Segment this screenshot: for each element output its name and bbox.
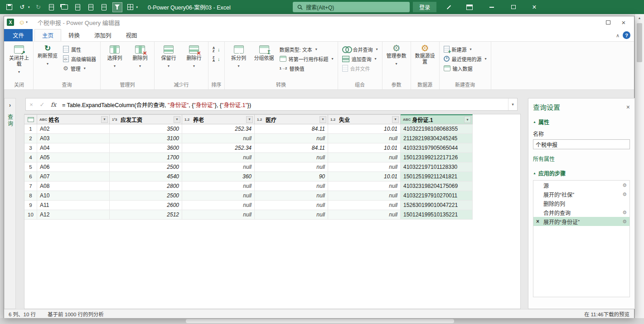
grid-cell[interactable]: 10.01	[328, 172, 401, 182]
grid-cell[interactable]: 152630199010047221	[401, 201, 473, 210]
undo-dropdown-icon[interactable]: ▾	[28, 5, 30, 9]
maximize-button[interactable]	[503, 0, 524, 14]
column-header[interactable]: 1.2医疗▾	[255, 114, 328, 124]
grid-cell[interactable]: 150125199211241821	[401, 172, 473, 182]
choose-columns-button[interactable]: 选择列	[103, 44, 126, 69]
row-number[interactable]: 4	[24, 153, 37, 162]
grid-cell[interactable]: 211282198304245245	[401, 134, 473, 143]
customize-toolbar-icon[interactable]: ▾	[136, 5, 138, 9]
quick-print-icon[interactable]	[73, 3, 82, 12]
grid-cell[interactable]: A06	[37, 162, 110, 172]
pq-maximize-button[interactable]	[600, 17, 616, 28]
row-number[interactable]: 5	[24, 162, 37, 172]
undo-icon[interactable]: ↺	[18, 3, 27, 12]
applied-steps-header[interactable]: ▲ 应用的步骤	[533, 169, 630, 177]
save-icon[interactable]	[5, 3, 14, 12]
settings-close-icon[interactable]: ×	[626, 103, 630, 111]
applied-step[interactable]: 合并的查询⚙	[533, 208, 629, 217]
grid-cell[interactable]: 360	[182, 172, 255, 182]
data-source-settings-button[interactable]: ⚙ 数据源设置	[413, 44, 437, 65]
grid-cell[interactable]: null	[255, 134, 328, 143]
new-file-icon[interactable]	[47, 3, 56, 12]
grid-cell[interactable]: A08	[37, 182, 110, 191]
grid-cell[interactable]: 3100	[110, 134, 182, 143]
applied-step[interactable]: 源⚙	[533, 181, 629, 190]
properties-section-header[interactable]: ▲ 属性	[533, 118, 630, 126]
row-number[interactable]: 10	[24, 210, 37, 220]
row-number[interactable]: 3	[24, 143, 37, 153]
print-preview-icon[interactable]	[87, 3, 96, 12]
grid-cell[interactable]: null	[255, 201, 328, 210]
filter-dropdown-icon[interactable]: ▾	[246, 116, 253, 123]
collapse-ribbon-icon[interactable]: ∧	[616, 33, 620, 39]
row-number[interactable]: 8	[24, 191, 37, 201]
grid-cell[interactable]: A11	[37, 201, 110, 210]
properties-button[interactable]: 属性	[61, 44, 98, 54]
scroll-up-icon[interactable]: ▲	[635, 14, 644, 21]
help-icon[interactable]: ?	[623, 31, 630, 39]
grid-cell[interactable]: 3600	[110, 143, 182, 153]
status-profiling[interactable]: 基于前 1000 行的列分析	[48, 310, 104, 318]
advanced-editor-button[interactable]: 高级编辑器	[61, 54, 98, 64]
grid-cell[interactable]: 10.01	[328, 124, 401, 134]
refresh-preview-button[interactable]: ↻ 刷新预览	[36, 44, 59, 67]
grid-cell[interactable]: 252.34	[182, 143, 255, 153]
grid-cell[interactable]: null	[328, 210, 401, 220]
tab-file[interactable]: 文件	[4, 29, 33, 41]
grid-cell[interactable]: 84.11	[255, 143, 328, 153]
formula-input[interactable]: = Table.ExpandTableColumn(合并的查询, "身份证", …	[59, 100, 508, 109]
grid-cell[interactable]: null	[328, 162, 401, 172]
grid-cell[interactable]: 410323197905065044	[401, 143, 473, 153]
select-all-corner[interactable]	[24, 114, 37, 124]
query-name-input[interactable]	[533, 139, 630, 149]
horizontal-scrollbar-thumb[interactable]	[186, 319, 454, 323]
grid-cell[interactable]: null	[182, 162, 255, 172]
sort-descending-button[interactable]: ZA ↓	[211, 54, 222, 64]
ribbon-options-icon[interactable]	[462, 0, 477, 14]
grid-cell[interactable]: null	[328, 182, 401, 191]
grid-cell[interactable]: 410323198204175069	[401, 182, 473, 191]
sort-ascending-button[interactable]: AZ ↓	[211, 44, 222, 54]
grid-cell[interactable]: null	[182, 134, 255, 143]
row-number[interactable]: 6	[24, 172, 37, 182]
manage-parameters-button[interactable]: ⚙ 管理参数	[385, 44, 408, 67]
redo-icon[interactable]: ↻	[34, 3, 43, 12]
grid-cell[interactable]: null	[328, 134, 401, 143]
all-properties-link[interactable]: 所有属性	[533, 155, 555, 162]
grid-cell[interactable]: A04	[37, 143, 110, 153]
check-icon[interactable]: ✓	[37, 101, 48, 108]
grid-cell[interactable]: 150123199212217126	[401, 153, 473, 162]
tab-add-column[interactable]: 添加列	[87, 29, 119, 41]
grid-cell[interactable]: 84.11	[255, 124, 328, 134]
applied-step[interactable]: 删除的列	[533, 199, 629, 208]
grid-cell[interactable]: null	[255, 191, 328, 201]
sign-in-button[interactable]: 登录	[413, 2, 436, 12]
row-number[interactable]: 1	[24, 124, 37, 134]
grid-cell[interactable]: 2600	[110, 201, 182, 210]
first-row-headers-button[interactable]: 将第一行用作标题	[278, 54, 335, 64]
search-box[interactable]: 搜索(Alt+Q)	[293, 2, 410, 12]
tab-transform[interactable]: 转换	[61, 29, 87, 41]
applied-step[interactable]: 展开的“社保”⚙	[533, 190, 629, 199]
filter-dropdown-icon[interactable]: ▾	[464, 116, 471, 123]
keep-rows-button[interactable]: 保留行	[157, 44, 180, 69]
formula-expand-icon[interactable]: ▾	[508, 98, 517, 110]
recent-sources-button[interactable]: 最近使用的源	[442, 54, 489, 64]
accessibility-icon[interactable]	[441, 0, 456, 14]
grid-cell[interactable]: A10	[37, 191, 110, 201]
merge-queries-button[interactable]: 合并查询	[340, 44, 380, 54]
filter-dropdown-icon[interactable]: ▾	[392, 116, 399, 123]
close-and-load-button[interactable]: 关闭并上载	[7, 44, 31, 75]
split-column-button[interactable]: 拆分列	[227, 44, 251, 69]
grid-cell[interactable]: null	[328, 153, 401, 162]
filter-dropdown-icon[interactable]: ▾	[174, 116, 180, 123]
grid-cell[interactable]: 410322197101128330	[401, 162, 473, 172]
grid-cell[interactable]: null	[182, 153, 255, 162]
grid-cell[interactable]: 90	[255, 172, 328, 182]
grid-cell[interactable]: A07	[37, 172, 110, 182]
enter-data-button[interactable]: 输入数据	[442, 64, 489, 73]
table-view-icon[interactable]	[126, 3, 135, 12]
applied-step[interactable]: ×展开的“身份证”⚙	[533, 217, 629, 226]
grid-cell[interactable]: null	[255, 153, 328, 162]
combine-files-button[interactable]: 合并文件	[340, 64, 380, 73]
